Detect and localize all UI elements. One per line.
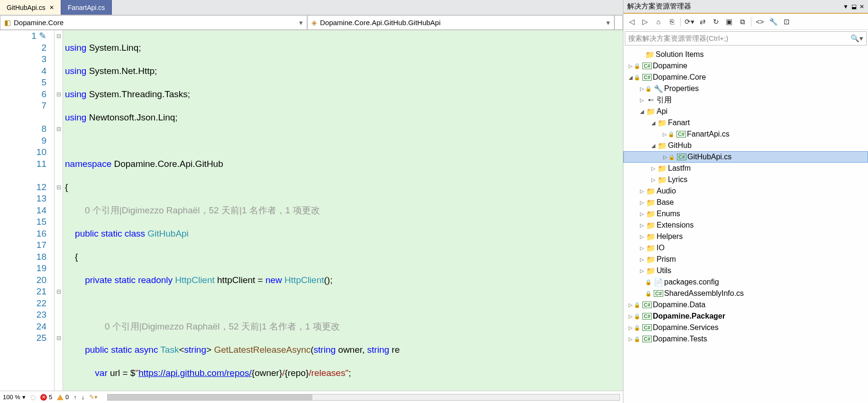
horizontal-scrollbar[interactable] — [107, 394, 620, 401]
search-icon: 🔍▾ — [850, 34, 863, 43]
tree-item-dopamine-tests[interactable]: ▷🔒C#Dopamine.Tests — [623, 333, 868, 345]
member-combo[interactable] — [614, 15, 623, 30]
tree-item-references[interactable]: ▷▪▫引用 — [623, 94, 868, 106]
fold-column: ⊟ ⊟⊟ ⊟ ⊟ ⊟ — [55, 30, 63, 391]
code-icon[interactable]: <> — [754, 16, 766, 27]
tree-item-utils[interactable]: ▷📁Utils — [623, 265, 868, 276]
fold-toggle[interactable]: ⊟ — [55, 89, 63, 101]
tree-item-api[interactable]: ◢📁Api — [623, 106, 868, 117]
chevron-down-icon: ▾ — [22, 394, 26, 401]
error-icon: ✕ — [40, 394, 47, 401]
tree-item-sharedasm[interactable]: 🔒C#SharedAssemblyInfo.cs — [623, 288, 868, 299]
history-icon[interactable]: ⟳▾ — [684, 16, 695, 27]
nav-bar: ◧ Dopamine.Core ▾ ◈ Dopamine.Core.Api.Gi… — [0, 15, 623, 30]
arrow-down-icon[interactable]: ↓ — [82, 394, 85, 401]
tree-item-fanartapi[interactable]: ▷🔒C#FanartApi.cs — [623, 128, 868, 140]
forward-icon[interactable]: ▷ — [640, 16, 651, 27]
tab-label: GitHubApi.cs — [7, 4, 46, 11]
codelens[interactable]: 0 个引用|Digimezzo Raphaël，52 天前|1 名作者，1 项更… — [65, 205, 320, 215]
tree-item-dopamine-core[interactable]: ◢🔒C#Dopamine.Core — [623, 72, 868, 83]
zoom-combo[interactable]: 100 % ▾ — [3, 394, 26, 401]
tab-label: FanartApi.cs — [68, 4, 105, 11]
project-combo[interactable]: ◧ Dopamine.Core ▾ — [0, 15, 307, 30]
tree-item-dopamine-packager[interactable]: ▷🔒C#Dopamine.Packager — [623, 311, 868, 322]
project-icon: ◧ — [4, 18, 11, 27]
class-icon: ◈ — [311, 18, 317, 27]
tree-item-fanart[interactable]: ◢📁Fanart — [623, 117, 868, 128]
tree-item-base[interactable]: ▷📁Base — [623, 197, 868, 208]
line-gutter: 1 ✎2345 6789 10111213 1415161718 1920212… — [0, 30, 55, 391]
fold-toggle[interactable]: ⊟ — [55, 182, 63, 193]
pin-icon[interactable]: ⬓ — [851, 3, 857, 10]
tree-item-dopamine[interactable]: ▷🔒C#Dopamine — [623, 60, 868, 72]
tree-item-lyrics[interactable]: ▷📁Lyrics — [623, 174, 868, 185]
tree-item-properties[interactable]: ▷🔒🔧Properties — [623, 83, 868, 94]
tab-fanartapi[interactable]: FanartApi.cs — [61, 0, 112, 15]
fold-toggle[interactable]: ⊟ — [55, 123, 63, 135]
back-icon[interactable]: ◁ — [626, 16, 638, 27]
tree-item-audio[interactable]: ▷📁Audio — [623, 185, 868, 197]
tab-githubapi[interactable]: GitHubApi.cs ✕ — [0, 0, 61, 15]
properties-icon[interactable]: 🔧 — [767, 16, 779, 27]
close-icon[interactable]: ✕ — [49, 4, 54, 11]
info-icon[interactable]: ◌ — [30, 394, 36, 401]
refresh-icon[interactable]: ↻ — [710, 16, 722, 27]
solution-toolbar: ◁ ▷ ⌂ ⎘ ⟳▾ ⇄ ↻ ▣ ⧉ <> 🔧 ⊡ — [623, 14, 868, 30]
warning-icon — [57, 394, 64, 400]
tree-item-io[interactable]: ▷📁IO — [623, 242, 868, 254]
codelens[interactable]: 0 个引用|Digimezzo Raphaël，52 天前|1 名作者，1 项更… — [65, 321, 340, 331]
solution-explorer-title: 解决方案资源管理器 ▼ ⬓ ✕ — [623, 0, 868, 14]
tree-item-solution-items[interactable]: 📁Solution Items — [623, 49, 868, 60]
home-icon[interactable]: ⌂ — [653, 16, 664, 27]
preview-icon[interactable]: ⊡ — [781, 16, 792, 27]
project-name: Dopamine.Core — [14, 18, 64, 27]
tree-item-dopamine-data[interactable]: ▷🔒C#Dopamine.Data — [623, 299, 868, 311]
class-name: Dopamine.Core.Api.GitHub.GitHubApi — [320, 18, 440, 27]
tab-bar: GitHubApi.cs ✕ FanartApi.cs — [0, 0, 623, 15]
tree-item-githubapi[interactable]: ▷🔒C#GitHubApi.cs — [623, 151, 868, 163]
tree-item-dopamine-services[interactable]: ▷🔒C#Dopamine.Services — [623, 322, 868, 333]
error-count[interactable]: ✕5 — [40, 394, 52, 401]
sync-icon[interactable]: ⎘ — [666, 16, 677, 27]
tree-item-github[interactable]: ◢📁GitHub — [623, 140, 868, 151]
editor-area: GitHubApi.cs ✕ FanartApi.cs ◧ Dopamine.C… — [0, 0, 623, 403]
class-combo[interactable]: ◈ Dopamine.Core.Api.GitHub.GitHubApi ▾ — [307, 15, 614, 30]
chevron-down-icon: ▾ — [299, 18, 303, 27]
dropdown-icon[interactable]: ▼ — [843, 3, 849, 10]
tree-item-lastfm[interactable]: ▷📁Lastfm — [623, 163, 868, 174]
brush-icon[interactable]: ✎▾ — [89, 394, 98, 401]
code-content[interactable]: using System.Linq; using System.Net.Http… — [63, 30, 623, 391]
fold-toggle[interactable]: ⊟ — [55, 332, 63, 344]
status-bar: 100 % ▾ ◌ ✕5 0 ↑ ↓ ✎▾ — [0, 391, 623, 403]
solution-search[interactable]: 搜索解决方案资源管理器(Ctrl+;) 🔍▾ — [625, 31, 867, 46]
solution-tree: 📁Solution Items ▷🔒C#Dopamine ◢🔒C#Dopamin… — [623, 47, 868, 403]
code-editor[interactable]: 1 ✎2345 6789 10111213 1415161718 1920212… — [0, 30, 623, 391]
tree-item-packages[interactable]: 🔒📄packages.config — [623, 276, 868, 288]
tree-item-extensions[interactable]: ▷📁Extensions — [623, 220, 868, 231]
tree-item-helpers[interactable]: ▷📁Helpers — [623, 231, 868, 242]
arrow-up-icon[interactable]: ↑ — [73, 394, 77, 401]
solution-explorer: 解决方案资源管理器 ▼ ⬓ ✕ ◁ ▷ ⌂ ⎘ ⟳▾ ⇄ ↻ ▣ ⧉ <> 🔧 … — [623, 0, 868, 403]
warning-count[interactable]: 0 — [57, 394, 69, 401]
showall-icon[interactable]: ⧉ — [737, 16, 748, 27]
fold-toggle[interactable]: ⊟ — [55, 286, 63, 298]
tree-item-enums[interactable]: ▷📁Enums — [623, 208, 868, 220]
chevron-down-icon: ▾ — [606, 18, 610, 27]
fold-toggle[interactable]: ⊟ — [55, 30, 63, 42]
tree-item-prism[interactable]: ▷📁Prism — [623, 254, 868, 265]
collapse-icon[interactable]: ▣ — [723, 16, 735, 27]
switch-icon[interactable]: ⇄ — [697, 16, 708, 27]
close-icon[interactable]: ✕ — [859, 3, 864, 10]
